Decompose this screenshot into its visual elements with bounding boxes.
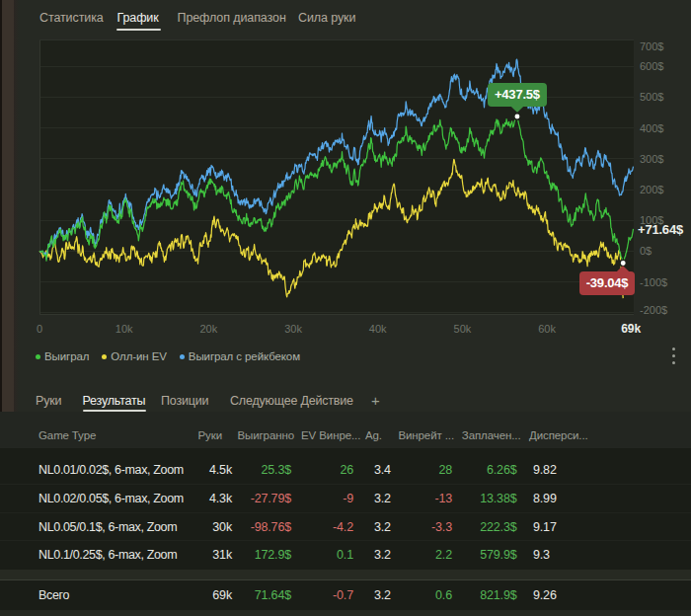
min-value-label: -39.04$ [586,275,629,290]
y-tick-label: 300$ [640,153,685,165]
y-tick-label: 400$ [640,122,685,134]
variance-cell: 9.26 [517,588,691,602]
y-tick-label: 500$ [640,91,685,103]
x-current-tick-label: 69k [611,323,651,335]
hands-cell: 4.3k [188,492,232,505]
legend-dot-icon [102,354,107,359]
legend-dot-icon [180,354,185,359]
kebab-dot [672,354,675,357]
table-total-row[interactable]: Всего69k71.64$-0.73.20.6821.9$9.26 [0,581,691,610]
x-tick-label: 50k [442,323,482,335]
hands-cell: 4.5k [188,463,232,477]
won-cell: 25.3$ [232,463,291,477]
series-line-1 [39,160,623,299]
ev-winrate-cell: -0.7 [291,588,353,602]
chart-legend: ВыигралОлл-ин EVВыиграл с рейкбеком [36,349,300,363]
rake-paid-cell: 6.26$ [452,463,517,477]
current-value-label: +71.64$ [638,223,683,236]
ev-winrate-cell: -4.2 [291,520,353,534]
game-type-cell: NL0.01/0.02$, 6-max, Zoom [0,463,188,477]
results-tab-2[interactable]: Результаты [83,395,146,408]
x-tick-label: 60k [527,323,567,335]
y-tick-label: 200$ [640,184,685,195]
x-tick-label: 10k [105,323,144,335]
table-row[interactable]: NL0.05/0.1$, 6-max, Zoom30k-98.76$-4.23.… [0,512,691,541]
results-tab-3[interactable]: Позиции [161,395,208,408]
y-tick-label: 600$ [640,60,685,72]
add-tab-button[interactable]: + [371,393,380,408]
hands-cell: 31k [188,548,232,562]
winrate-cell: 0.6 [391,588,452,602]
ag-cell: 3.2 [353,548,391,562]
results-graph [0,0,691,375]
y-tick-label: -100$ [640,276,685,288]
hands-cell: 30k [188,520,232,534]
game-type-cell: NL0.02/0.05$, 6-max, Zoom [0,492,188,505]
y-tick-label: 0$ [640,245,685,257]
column-header-1[interactable]: Game Type [38,429,96,442]
row-separator [0,484,691,485]
won-cell: -27.79$ [232,492,291,505]
winrate-cell: -13 [391,492,452,505]
kebab-dot [672,361,675,364]
winrate-cell: 2.2 [391,548,452,562]
kebab-dot [672,347,675,350]
variance-cell: 9.17 [517,520,691,534]
game-type-cell: NL0.1/0.25$, 6-max, Zoom [0,548,188,562]
won-cell: 71.64$ [232,588,291,602]
poker-tracker-window: {"top_tabs":{"items":[{"label":"Статисти… [0,0,691,616]
column-header-2[interactable]: Руки [198,429,222,442]
ev-winrate-cell: -9 [291,492,353,505]
winrate-cell: -3.3 [391,520,452,534]
column-header-8[interactable]: Дисперси... [529,429,588,442]
ag-cell: 3.2 [353,588,391,602]
ev-winrate-cell: 26 [291,463,353,477]
column-header-5[interactable]: Ag. [365,429,382,442]
table-row[interactable]: NL0.01/0.02$, 6-max, Zoom4.5k25.3$263.42… [0,456,691,485]
min-value-badge: -39.04$ [579,271,636,295]
row-separator [0,540,691,541]
game-type-cell: NL0.05/0.1$, 6-max, Zoom [0,520,188,534]
variance-cell: 8.99 [517,492,691,505]
row-separator [0,512,691,513]
ag-cell: 3.4 [353,463,391,477]
rake-paid-cell: 13.38$ [452,492,517,505]
y-tick-label: -200$ [640,304,685,316]
x-tick-label: 0 [20,323,59,335]
ag-cell: 3.2 [353,492,391,505]
column-header-6[interactable]: Винрейт ... [398,429,454,442]
max-value-badge: +437.5$ [488,83,547,107]
game-type-cell: Всего [0,588,188,602]
max-value-label: +437.5$ [495,87,540,102]
legend-item[interactable]: Выиграл с рейкбеком [180,350,300,363]
table-bottom-band [0,610,691,616]
column-header-7[interactable]: Заплачен... [462,429,521,442]
results-tab-4[interactable]: Следующее Действие [230,395,353,408]
won-cell: 172.9$ [232,548,291,562]
legend-item[interactable]: Олл-ин EV [102,350,166,363]
ag-cell: 3.2 [353,520,391,534]
column-header-4[interactable]: EV Винре... [301,429,360,442]
results-tab-1[interactable]: Руки [36,395,61,408]
table-row[interactable]: NL0.02/0.05$, 6-max, Zoom4.3k-27.79$-93.… [0,485,691,513]
legend-label: Олл-ин EV [111,350,166,363]
ev-winrate-cell: 0.1 [291,548,353,562]
winrate-cell: 28 [391,463,452,477]
table-row[interactable]: NL0.1/0.25$, 6-max, Zoom31k172.9$0.13.22… [0,541,691,570]
chart-menu-button[interactable] [665,344,681,367]
rake-paid-cell: 821.9$ [452,588,517,602]
legend-item[interactable]: Выиграл [36,350,89,363]
x-tick-label: 40k [358,323,398,335]
legend-dot-icon [36,354,40,359]
column-header-3[interactable]: Выигранно [237,429,294,442]
x-tick-label: 30k [273,323,313,335]
hands-cell: 69k [188,588,232,602]
variance-cell: 9.3 [517,548,691,562]
y-tick-label: 700$ [640,40,685,52]
x-tick-label: 20k [189,323,228,335]
legend-label: Выиграл с рейкбеком [189,350,300,363]
won-cell: -98.76$ [232,520,291,534]
variance-cell: 9.82 [517,463,691,477]
legend-label: Выиграл [44,350,89,363]
max-point-marker [514,114,520,119]
